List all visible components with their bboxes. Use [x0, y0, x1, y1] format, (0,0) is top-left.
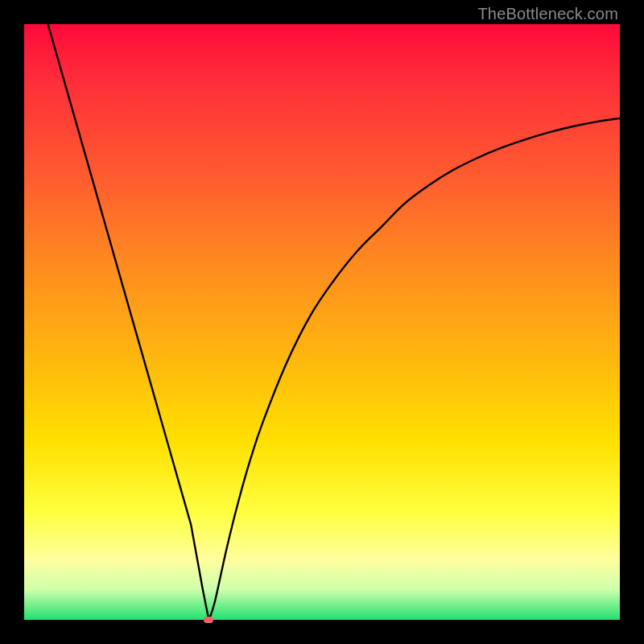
watermark-text: TheBottleneck.com: [477, 5, 618, 23]
plot-area: [24, 24, 620, 620]
chart-frame: TheBottleneck.com: [0, 0, 644, 644]
curve-min-marker: [204, 617, 213, 623]
bottleneck-curve: [24, 24, 620, 620]
